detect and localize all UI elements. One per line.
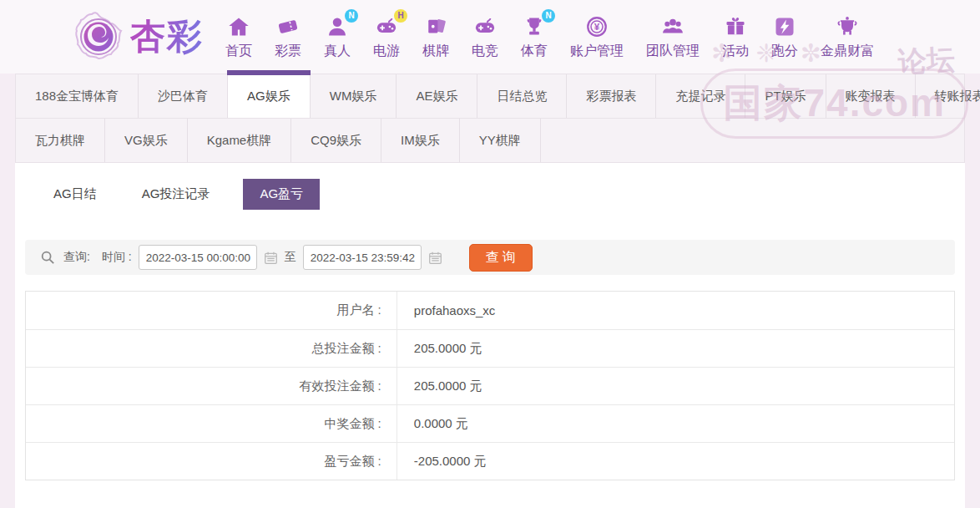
tab-label: AE娱乐: [416, 89, 457, 104]
report-tab[interactable]: WM娱乐: [311, 74, 397, 118]
nav-item[interactable]: N 体育: [521, 14, 548, 60]
subtab-label: AG盈亏: [260, 186, 303, 201]
report-tab[interactable]: AE娱乐: [397, 74, 477, 118]
tab-label: IM娱乐: [401, 133, 440, 149]
time-to-input[interactable]: [303, 245, 422, 270]
report-tab[interactable]: 账变报表: [826, 74, 916, 118]
gift-icon: [724, 15, 747, 38]
nav-item[interactable]: 首页: [225, 14, 252, 60]
ag-subtab[interactable]: AG日结: [42, 179, 109, 210]
nav-item-label: 体育: [521, 43, 548, 60]
nav-item-label: 棋牌: [422, 43, 449, 60]
nav-item-label: 电游: [373, 43, 400, 60]
tab-label: 188金宝博体育: [35, 89, 119, 104]
nav-item[interactable]: H 电游: [373, 14, 400, 60]
report-tab[interactable]: PT娱乐: [745, 74, 826, 118]
row-label: 用户名 :: [26, 292, 397, 329]
gamepad-icon: [473, 15, 497, 38]
ticket-icon: [276, 15, 300, 38]
report-tab[interactable]: 转账报表: [916, 74, 980, 118]
brand-name: 杏彩: [130, 13, 204, 60]
ag-subtabs: AG日结 AG投注记录 AG盈亏: [15, 163, 965, 211]
nav-item-label: 金鼎财富: [821, 43, 874, 60]
table-row: 盈亏金额 : -205.0000 元: [26, 442, 954, 480]
tab-label: AG娱乐: [247, 89, 290, 104]
row-label: 有效投注金额 :: [26, 368, 397, 404]
nav-item[interactable]: 棋牌: [422, 14, 449, 60]
tab-label: VG娱乐: [124, 133, 168, 149]
ag-subtab[interactable]: AG投注记录: [130, 179, 222, 210]
calendar-icon[interactable]: [264, 251, 278, 265]
nav-badge: N: [542, 9, 555, 23]
row-label: 中奖金额 :: [26, 405, 397, 442]
tab-label: 日结总览: [497, 89, 547, 104]
brand-logo[interactable]: 杏彩: [73, 12, 204, 62]
nav-item[interactable]: 活动: [722, 14, 749, 60]
report-tabstrip: 188金宝博体育 沙巴体育 AG娱乐 WM娱乐 AE娱乐 日结总览 彩票报表 充…: [15, 74, 965, 163]
time-from-input[interactable]: [139, 245, 257, 270]
report-tab[interactable]: AG娱乐: [228, 74, 311, 118]
nav-item-label: 跑分: [771, 43, 798, 60]
nav-item-label: 账户管理: [570, 43, 624, 60]
tab-label: 充提记录: [675, 89, 725, 104]
report-tab[interactable]: Kgame棋牌: [188, 119, 292, 162]
nav-item[interactable]: 金鼎财富: [821, 14, 874, 60]
row-value: profahaoxs_xc: [397, 292, 954, 329]
tab-label: 彩票报表: [586, 89, 636, 104]
profit-summary-table: 用户名 : profahaoxs_xc 总投注金额 : 205.0000 元 有…: [25, 291, 955, 480]
tab-row-1: 188金宝博体育 沙巴体育 AG娱乐 WM娱乐 AE娱乐 日结总览 彩票报表 充…: [16, 74, 964, 118]
tab-label: 转账报表: [935, 89, 980, 104]
report-tab[interactable]: CQ9娱乐: [291, 119, 381, 162]
nav-badge: N: [345, 9, 358, 23]
main-nav: 首页 彩票 N 真人 H 电游 棋牌: [225, 14, 874, 60]
row-value: 0.0000 元: [397, 405, 954, 442]
row-value: 205.0000 元: [397, 368, 954, 404]
search-icon: [40, 250, 55, 265]
tab-label: PT娱乐: [765, 89, 806, 104]
cards-icon: [424, 15, 447, 38]
team-icon: [661, 15, 684, 38]
subtab-label: AG日结: [53, 186, 97, 201]
nav-item-label: 彩票: [275, 43, 301, 60]
nav-item[interactable]: 跑分: [771, 14, 798, 60]
row-value: 205.0000 元: [397, 330, 954, 367]
to-label: 至: [285, 250, 296, 265]
report-tab[interactable]: IM娱乐: [381, 119, 460, 162]
report-tab[interactable]: 188金宝博体育: [16, 74, 139, 118]
query-button[interactable]: 查 询: [469, 244, 533, 272]
report-tab[interactable]: 日结总览: [477, 74, 567, 118]
tab-label: Kgame棋牌: [207, 133, 272, 149]
query-label: 查询:: [63, 250, 90, 265]
subtab-label: AG投注记录: [142, 186, 210, 201]
row-label: 总投注金额 :: [26, 330, 397, 367]
home-icon: [227, 15, 250, 38]
calendar-icon[interactable]: [428, 251, 442, 265]
top-header: 杏彩 首页 彩票 N 真人 H 电游: [0, 0, 980, 74]
report-tab[interactable]: 沙巴体育: [139, 74, 228, 118]
report-tab[interactable]: VG娱乐: [105, 119, 188, 162]
ag-subtab[interactable]: AG盈亏: [243, 179, 320, 210]
nav-item-label: 团队管理: [646, 43, 700, 60]
table-row: 总投注金额 : 205.0000 元: [26, 329, 954, 367]
query-bar: 查询: 时间 : 至 查 询: [25, 240, 955, 275]
nav-item[interactable]: 团队管理: [646, 14, 700, 60]
nav-item[interactable]: 账户管理: [570, 14, 624, 60]
tab-label: CQ9娱乐: [311, 133, 361, 149]
tab-row-2: 瓦力棋牌 VG娱乐 Kgame棋牌 CQ9娱乐 IM娱乐 YY棋牌: [16, 118, 964, 162]
table-row: 中奖金额 : 0.0000 元: [26, 404, 954, 442]
report-tab[interactable]: 充提记录: [656, 74, 745, 118]
tab-label: 账变报表: [846, 89, 896, 104]
nav-item[interactable]: 电竞: [472, 14, 498, 60]
report-tab[interactable]: 彩票报表: [567, 74, 656, 118]
table-row: 用户名 : profahaoxs_xc: [26, 292, 954, 329]
table-row: 有效投注金额 : 205.0000 元: [26, 367, 954, 404]
nav-badge: H: [394, 9, 407, 23]
treasure-icon: [836, 15, 859, 38]
report-tab[interactable]: YY棋牌: [460, 119, 541, 162]
nav-item[interactable]: N 真人: [324, 14, 351, 60]
nav-item[interactable]: 彩票: [275, 14, 301, 60]
runner-icon: [773, 15, 796, 38]
tab-label: 瓦力棋牌: [35, 133, 85, 149]
nav-item-label: 活动: [722, 43, 749, 60]
report-tab[interactable]: 瓦力棋牌: [16, 119, 105, 162]
